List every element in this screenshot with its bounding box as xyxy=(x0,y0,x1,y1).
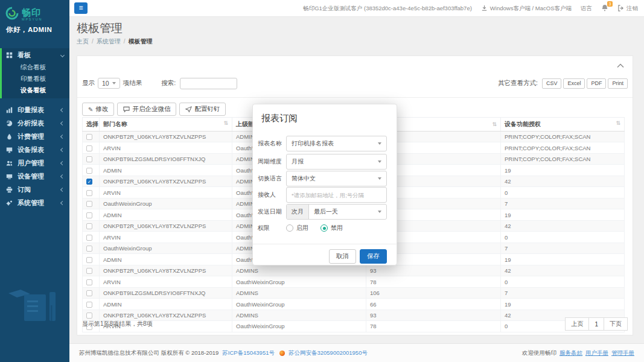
sidebar-item-analysis-reports[interactable]: 分析报表 xyxy=(2,116,69,130)
footer-link[interactable]: 服务条款 xyxy=(560,349,582,356)
row-checkbox[interactable] xyxy=(86,168,92,174)
client-download-link[interactable]: Windows客户端 / MacOS客户端 xyxy=(481,5,572,13)
row-checkbox[interactable] xyxy=(86,235,92,241)
prev-page-button[interactable]: 上页 xyxy=(565,317,589,331)
send-date-select[interactable]: 次月 最后一天 xyxy=(286,204,387,220)
row-checkbox[interactable] xyxy=(86,212,92,218)
sidebar-item-user-management[interactable]: 用户管理 xyxy=(2,156,69,170)
police-emblem-icon xyxy=(279,351,285,356)
cell-dept-name: ONKPBT2R_U06KYLAY8TXZVLNZPPS xyxy=(100,310,232,320)
breadcrumb-item: 模板管理 xyxy=(129,38,153,45)
sidebar-item-system-management[interactable]: 系统管理 xyxy=(2,196,69,209)
configure-dingtalk-button[interactable]: 配置钉钉 xyxy=(179,103,226,116)
action-group: ✎修改开启企业微信配置钉钉 xyxy=(82,103,226,116)
row-checkbox[interactable] xyxy=(86,313,92,319)
cell-count: 93 xyxy=(366,310,501,320)
disable-radio[interactable]: 禁用 xyxy=(320,224,343,232)
dashboard-icon xyxy=(6,52,14,59)
cell-select xyxy=(83,153,100,164)
cell-device-auth: 0 xyxy=(501,187,625,198)
sidebar-subitem[interactable]: 综合看板 xyxy=(2,62,69,73)
logo-swirl-icon xyxy=(5,6,19,23)
page-size-select[interactable]: 10 xyxy=(98,78,120,89)
print-volume-reports-icon xyxy=(6,107,14,113)
cell-device-auth: 42 xyxy=(501,265,625,276)
row-checkbox[interactable]: ✓ xyxy=(86,179,92,185)
enable-wechat-button[interactable]: 开启企业微信 xyxy=(117,103,176,116)
export-csv-button[interactable]: CSV xyxy=(542,78,562,89)
row-checkbox[interactable] xyxy=(86,201,92,207)
breadcrumb-item[interactable]: 系统管理 xyxy=(97,38,121,45)
cell-dept-name: ADMIN xyxy=(100,209,232,220)
cell-select xyxy=(83,310,100,320)
row-checkbox[interactable] xyxy=(86,279,92,285)
cell-dept-name: ONKPBT9ILZGSMLDRSYIO8FFTNXJQ xyxy=(100,153,232,164)
row-checkbox[interactable] xyxy=(86,145,92,151)
footer-link[interactable]: 用户手册 xyxy=(585,349,608,356)
row-checkbox[interactable] xyxy=(86,156,92,162)
cell-count: 66 xyxy=(366,299,501,310)
cell-device-auth: PRINT;COPY;COLOR;FAX;SCAN xyxy=(501,142,625,153)
police-record-link[interactable]: 苏公网安备32059002001950号 xyxy=(289,349,368,357)
period-label: 周期维度 xyxy=(258,154,285,170)
sidebar-subitem[interactable]: 印量看板 xyxy=(2,73,69,84)
sidebar-menu: 看板综合看板印量看板设备看板印量报表分析报表计费管理设备报表用户管理设备管理订阅… xyxy=(0,48,69,209)
sidebar-item-subscription[interactable]: 订阅 xyxy=(2,183,69,196)
cell-parent-dept: ADMINS xyxy=(232,310,366,320)
report-subscription-modal: 报表订阅 报表名称 打印机排名报表 周期维度 月报 切换语言 简体中文 接收人 … xyxy=(252,104,397,265)
language-select[interactable]: 简体中文 xyxy=(286,171,387,186)
toolbar-divider xyxy=(77,97,633,98)
chevron-left-icon xyxy=(60,174,65,178)
logout-button[interactable]: 注销 xyxy=(617,5,638,13)
next-page-button[interactable]: 下页 xyxy=(604,317,628,331)
sidebar-item-device-reports[interactable]: 设备报表 xyxy=(2,143,69,156)
row-checkbox[interactable] xyxy=(86,223,92,229)
period-select[interactable]: 月报 xyxy=(286,154,387,170)
hamburger-menu-button[interactable]: ≡ xyxy=(74,2,88,14)
copyright-text: 苏州博瑞凯德信息技术有限公司 版权所有 © 2018-2019 xyxy=(79,349,218,357)
logo-subtext: MPSYUN xyxy=(22,18,42,22)
sidebar-item-dashboard[interactable]: 看板 xyxy=(2,48,69,62)
app-logo: 畅印 MPSYUN xyxy=(5,6,42,23)
table-row: ONKPBT9ILZGSMLDRSYIO8FFTNXJQADMINS1067 xyxy=(83,287,625,298)
search-input[interactable] xyxy=(180,78,237,89)
row-checkbox[interactable] xyxy=(86,268,92,274)
sidebar-subitem[interactable]: 设备看板 xyxy=(2,84,69,96)
icp-link[interactable]: 苏ICP备15043951号 xyxy=(222,349,275,357)
footer-link[interactable]: 管理手册 xyxy=(611,349,634,356)
sidebar-item-print-volume-reports[interactable]: 印量报表 xyxy=(2,103,69,116)
page-number-button[interactable]: 1 xyxy=(588,317,604,331)
row-checkbox[interactable] xyxy=(86,134,92,140)
report-name-select[interactable]: 打印机排名报表 xyxy=(286,136,387,151)
chevron-left-icon xyxy=(60,147,65,151)
enable-radio[interactable]: 启用 xyxy=(286,224,308,232)
column-header[interactable]: 部门名称⇅ xyxy=(100,118,232,132)
row-checkbox[interactable] xyxy=(86,257,92,263)
row-checkbox[interactable] xyxy=(86,290,92,296)
row-checkbox[interactable] xyxy=(86,190,92,196)
row-checkbox[interactable] xyxy=(86,246,92,252)
cell-device-auth: PRINT;COPY;COLOR;FAX;SCAN xyxy=(501,132,625,142)
breadcrumb-item[interactable]: 主页 xyxy=(77,38,89,45)
cell-parent-dept: OauthWeixinGroup xyxy=(232,299,366,310)
export-pdf-button[interactable]: PDF xyxy=(587,78,606,89)
cell-count: 93 xyxy=(366,265,501,276)
panel-collapse-button[interactable] xyxy=(617,61,624,70)
column-header[interactable]: 设备功能授权⇅ xyxy=(501,118,625,132)
cell-select: ✓ xyxy=(83,176,100,186)
chevron-left-icon xyxy=(60,121,65,125)
language-menu[interactable]: 语言 xyxy=(581,5,592,13)
sort-icon: ⇅ xyxy=(492,121,497,127)
notifications-button[interactable]: 3 xyxy=(601,4,608,13)
row-checkbox[interactable] xyxy=(86,302,92,308)
cancel-button[interactable]: 取消 xyxy=(329,249,356,264)
export-print-button[interactable]: Print xyxy=(608,78,628,89)
export-excel-button[interactable]: Excel xyxy=(563,78,585,89)
sidebar-item-device-management[interactable]: 设备管理 xyxy=(2,170,69,183)
cell-device-auth: 19 xyxy=(501,299,625,310)
save-button[interactable]: 保存 xyxy=(360,249,387,264)
recipients-input[interactable] xyxy=(286,187,387,203)
recipients-label: 接收人 xyxy=(258,187,285,203)
sidebar-item-billing-management[interactable]: 计费管理 xyxy=(2,130,69,143)
edit-button[interactable]: ✎修改 xyxy=(82,103,114,116)
